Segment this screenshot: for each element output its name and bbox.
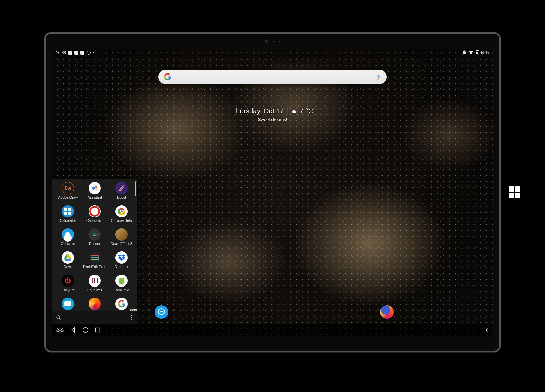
app-equalizer[interactable]: Equalizer xyxy=(81,275,108,296)
easyoff-icon xyxy=(62,275,74,287)
widget-greeting: Sweet dreams! xyxy=(232,117,313,122)
drawer-scrollbar[interactable] xyxy=(135,181,136,196)
android-screen: 10:38 55% xyxy=(52,49,493,336)
app-label: Dcoder xyxy=(89,242,100,246)
app-assistant[interactable]: Assistant xyxy=(81,182,108,204)
app-label: EtchDroid xyxy=(114,288,129,292)
app-label: Adobe Draw xyxy=(58,195,78,199)
svg-point-6 xyxy=(97,188,97,189)
date-weather-widget[interactable]: Thursday, Oct 17 | 7 °C Sweet dreams! xyxy=(232,107,313,122)
weather-cloud-icon xyxy=(291,109,297,114)
droidedit-icon xyxy=(89,251,101,264)
app-label: Calculator xyxy=(60,218,76,223)
nav-recents-button[interactable] xyxy=(94,326,102,334)
search-icon xyxy=(56,315,61,321)
app-label: Chrome Beta xyxy=(111,218,132,223)
widget-temperature: 7 °C xyxy=(300,107,313,115)
navigation-bar xyxy=(52,324,493,336)
svg-point-13 xyxy=(160,311,161,312)
app-chrome-beta[interactable]: Beta Chrome Beta xyxy=(108,205,135,227)
app-label: Contacts xyxy=(61,242,75,246)
launcher-lotus-icon[interactable] xyxy=(55,326,65,334)
adobe-draw-icon xyxy=(62,182,74,194)
dcoder-icon xyxy=(89,228,101,241)
google-logo-icon xyxy=(164,73,171,81)
nav-home-button[interactable] xyxy=(82,326,89,334)
notif-app-icon xyxy=(74,51,78,55)
svg-point-5 xyxy=(95,189,97,190)
app-adobe-draw[interactable]: Adobe Draw xyxy=(54,182,81,204)
app-dropbox[interactable]: Dropbox xyxy=(108,251,135,273)
notif-sync-icon xyxy=(87,51,91,55)
svg-rect-17 xyxy=(96,328,100,332)
app-label: Dead Effect 2 xyxy=(111,242,132,246)
app-label: DroidEdit Free xyxy=(83,265,106,269)
assistant-icon xyxy=(89,182,101,194)
front-camera xyxy=(257,39,288,44)
etchdroid-icon xyxy=(115,275,128,287)
svg-point-15 xyxy=(162,311,163,312)
svg-line-11 xyxy=(59,318,61,320)
app-calibration[interactable]: Calibration xyxy=(81,205,108,227)
svg-point-3 xyxy=(92,187,95,190)
svg-rect-0 xyxy=(378,75,379,77)
nav-expand-caret[interactable] xyxy=(485,328,490,332)
app-droidedit[interactable]: DroidEdit Free xyxy=(81,251,108,273)
drive-icon xyxy=(62,251,74,264)
app-label: Boost xyxy=(117,195,126,199)
drawer-overflow-menu[interactable] xyxy=(130,315,134,320)
svg-point-14 xyxy=(161,311,162,312)
app-easyoff[interactable]: EasyOff xyxy=(54,275,81,296)
nav-separator xyxy=(108,327,108,333)
app-label: Equalizer xyxy=(87,288,102,292)
nav-back-button[interactable] xyxy=(69,326,77,334)
files-icon xyxy=(62,298,74,310)
svg-point-4 xyxy=(95,186,97,188)
dock-messages-app[interactable] xyxy=(155,305,168,319)
boost-icon xyxy=(115,182,128,194)
status-clock: 10:38 xyxy=(56,50,66,55)
contacts-icon xyxy=(62,228,74,241)
calibration-icon xyxy=(89,205,101,217)
status-bar[interactable]: 10:38 55% xyxy=(52,49,493,57)
app-label: Assistant xyxy=(88,195,102,199)
app-label: Dropbox xyxy=(115,265,128,269)
beta-badge: Beta xyxy=(130,309,137,311)
app-dead-effect-2[interactable]: Dead Effect 2 xyxy=(108,228,135,250)
widget-separator: | xyxy=(286,107,288,115)
equalizer-icon xyxy=(89,275,101,287)
svg-point-10 xyxy=(57,316,60,319)
battery-percent: 55% xyxy=(481,50,489,55)
windows-logo-hw-button[interactable] xyxy=(509,186,520,198)
app-drawer-grid[interactable]: Adobe Draw Assistant Boost Calculator xyxy=(52,179,137,311)
app-files[interactable]: Files xyxy=(54,298,81,311)
calculator-icon xyxy=(62,205,74,217)
voice-search-icon[interactable] xyxy=(376,74,381,80)
wifi-icon xyxy=(469,51,473,55)
app-boost[interactable]: Boost xyxy=(108,182,135,204)
app-etchdroid[interactable]: EtchDroid xyxy=(108,275,135,296)
app-contacts[interactable]: Contacts xyxy=(54,228,81,250)
app-label: EasyOff xyxy=(62,288,74,292)
app-drawer: Adobe Draw Assistant Boost Calculator xyxy=(52,179,137,324)
chrome-beta-icon: Beta xyxy=(115,205,128,217)
notif-screenshot-icon xyxy=(80,51,84,55)
app-calculator[interactable]: Calculator xyxy=(54,205,81,227)
gboard-icon xyxy=(115,298,128,310)
app-drive[interactable]: Drive xyxy=(54,251,81,273)
dropbox-icon xyxy=(115,251,128,264)
app-firefox[interactable]: Firefox xyxy=(81,298,108,311)
widget-date: Thursday, Oct 17 xyxy=(232,107,284,115)
battery-icon xyxy=(476,50,479,55)
app-label: Drive xyxy=(64,265,72,269)
notif-gmail-icon xyxy=(68,51,72,55)
dock-firefox-app[interactable] xyxy=(380,305,394,319)
app-label: Calibration xyxy=(86,218,103,223)
drawer-search-bar[interactable] xyxy=(52,311,137,324)
drawer-search-input[interactable] xyxy=(65,315,130,320)
app-dcoder[interactable]: Dcoder xyxy=(81,228,108,250)
google-search-widget[interactable] xyxy=(158,70,387,84)
svg-point-16 xyxy=(83,328,88,333)
dnd-icon xyxy=(462,50,467,55)
dead-effect-2-icon xyxy=(115,228,128,241)
